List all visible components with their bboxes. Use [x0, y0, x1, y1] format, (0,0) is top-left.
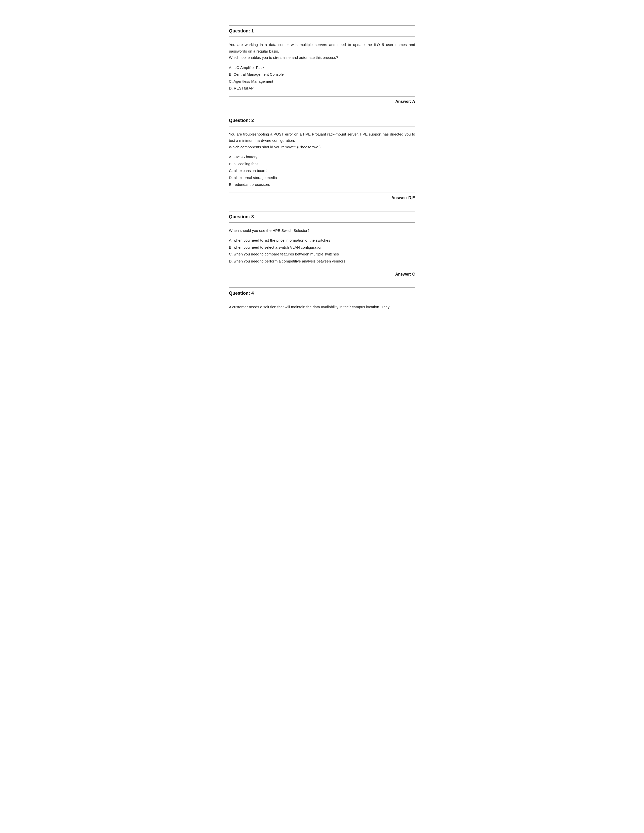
option-item: C. all expansion boards	[229, 168, 415, 174]
options-list-2: A. CMOS batteryB. all cooling fansC. all…	[229, 154, 415, 188]
option-item: C. when you need to compare features bet…	[229, 251, 415, 257]
question-body-1: You are working in a data center with mu…	[229, 42, 415, 61]
option-item: B. when you need to select a switch VLAN…	[229, 244, 415, 251]
option-item: A. when you need to list the price infor…	[229, 238, 415, 243]
option-item: E. redundant processors	[229, 182, 415, 188]
question-header-4: Question: 4	[229, 287, 415, 299]
question-title-1: Question: 1	[229, 28, 415, 34]
option-item: A. CMOS battery	[229, 154, 415, 160]
question-title-4: Question: 4	[229, 290, 415, 297]
options-list-1: A. iLO Amplifier PackB. Central Manageme…	[229, 65, 415, 91]
question-block-3: Question: 3When should you use the HPE S…	[229, 211, 415, 278]
page: Question: 1You are working in a data cen…	[214, 0, 430, 833]
option-item: D. when you need to perform a competitiv…	[229, 259, 415, 264]
question-header-2: Question: 2	[229, 115, 415, 127]
option-item: C. Agentless Management	[229, 79, 415, 84]
option-item: D. RESTful API	[229, 85, 415, 91]
answer-row-1: Answer: A	[229, 96, 415, 105]
answer-label-3: Answer: C	[395, 271, 415, 277]
question-body-4: A customer needs a solution that will ma…	[229, 304, 415, 310]
answer-label-1: Answer: A	[395, 98, 415, 105]
question-header-1: Question: 1	[229, 25, 415, 37]
question-block-1: Question: 1You are working in a data cen…	[229, 25, 415, 105]
questions-container: Question: 1You are working in a data cen…	[229, 25, 415, 310]
option-item: B. Central Management Console	[229, 72, 415, 77]
answer-row-3: Answer: C	[229, 269, 415, 277]
answer-row-2: Answer: D,E	[229, 193, 415, 201]
question-body-2: You are troubleshooting a POST error on …	[229, 131, 415, 150]
question-block-4: Question: 4A customer needs a solution t…	[229, 287, 415, 310]
option-item: B. all cooling fans	[229, 161, 415, 167]
option-item: D. all external storage media	[229, 175, 415, 181]
question-block-2: Question: 2You are troubleshooting a POS…	[229, 115, 415, 201]
question-title-2: Question: 2	[229, 117, 415, 124]
question-title-3: Question: 3	[229, 214, 415, 220]
answer-label-2: Answer: D,E	[391, 195, 415, 201]
option-item: A. iLO Amplifier Pack	[229, 65, 415, 71]
question-header-3: Question: 3	[229, 211, 415, 223]
question-body-3: When should you use the HPE Switch Selec…	[229, 227, 415, 234]
options-list-3: A. when you need to list the price infor…	[229, 238, 415, 264]
